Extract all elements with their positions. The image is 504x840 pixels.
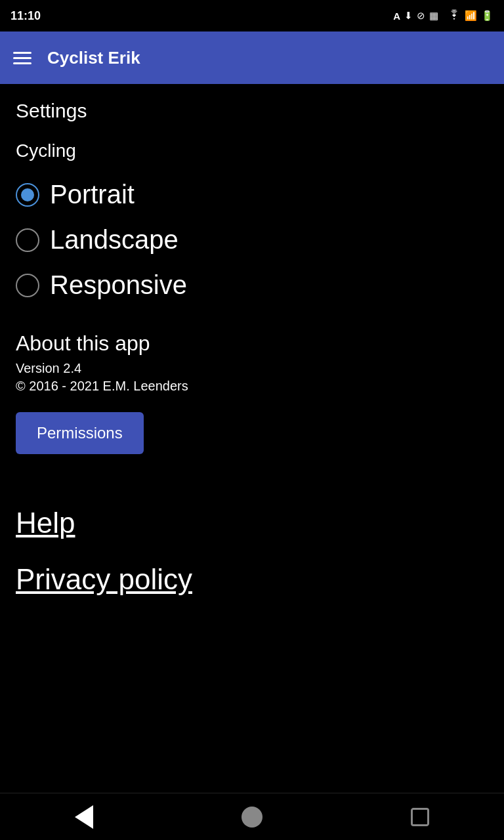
app-title: Cyclist Erik	[47, 48, 140, 68]
about-copyright: © 2016 - 2021 E.M. Leenders	[16, 379, 488, 394]
battery-icon: 🔋	[481, 10, 494, 22]
landscape-option[interactable]: Landscape	[16, 220, 488, 260]
responsive-radio[interactable]	[16, 274, 39, 297]
responsive-option[interactable]: Responsive	[16, 265, 488, 305]
home-button[interactable]	[226, 801, 278, 833]
orientation-radio-group: Portrait Landscape Responsive	[16, 175, 488, 305]
about-section: About this app Version 2.4 © 2016 - 2021…	[16, 331, 488, 486]
sd-card-icon: ▦	[429, 10, 438, 22]
landscape-label: Landscape	[50, 225, 178, 255]
responsive-label: Responsive	[50, 270, 187, 300]
back-button[interactable]	[58, 801, 110, 833]
notification-icon-a: A	[393, 10, 400, 22]
do-not-disturb-icon: ⊘	[417, 10, 425, 22]
hamburger-menu-button[interactable]	[13, 52, 32, 64]
recents-button[interactable]	[394, 801, 446, 833]
help-link[interactable]: Help	[16, 507, 488, 539]
home-icon	[242, 807, 262, 828]
back-icon	[75, 805, 93, 829]
bottom-nav-bar	[0, 793, 504, 840]
privacy-policy-link[interactable]: Privacy policy	[16, 563, 488, 596]
signal-icon: 📶	[465, 10, 477, 22]
status-time: 11:10	[10, 9, 41, 23]
recents-icon	[411, 808, 429, 826]
permissions-button[interactable]: Permissions	[16, 412, 144, 454]
status-icons: A ⬇ ⊘ ▦ 📶 🔋	[393, 9, 494, 22]
status-bar: 11:10 A ⬇ ⊘ ▦ 📶 🔋	[0, 0, 504, 32]
portrait-option[interactable]: Portrait	[16, 175, 488, 215]
landscape-radio[interactable]	[16, 228, 39, 252]
about-version: Version 2.4	[16, 361, 488, 376]
wifi-icon	[448, 9, 461, 22]
download-icon: ⬇	[404, 10, 413, 22]
app-bar: Cyclist Erik	[0, 32, 504, 84]
about-title: About this app	[16, 331, 488, 356]
main-content: Settings Cycling Portrait Landscape Resp…	[0, 84, 504, 635]
settings-title: Settings	[16, 100, 488, 122]
portrait-label: Portrait	[50, 180, 135, 209]
portrait-radio[interactable]	[16, 183, 39, 207]
cycling-section-title: Cycling	[16, 140, 488, 161]
